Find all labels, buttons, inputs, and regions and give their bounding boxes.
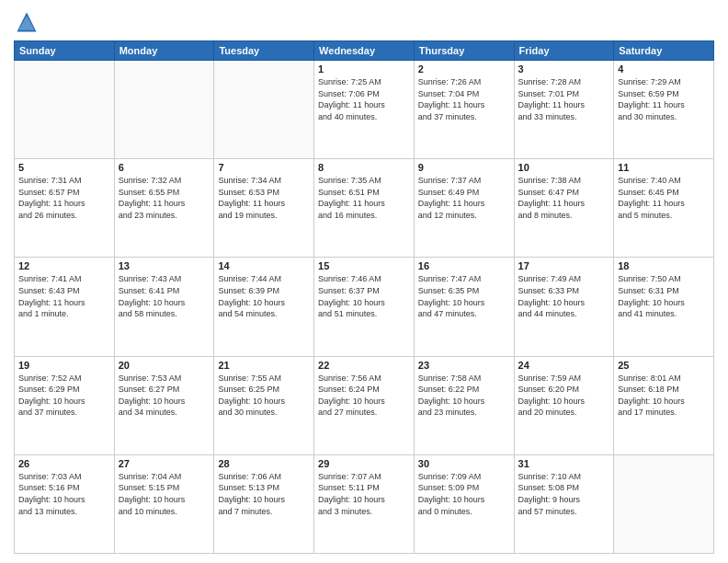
logo: [14, 9, 43, 35]
day-cell: 20Sunrise: 7:53 AM Sunset: 6:27 PM Dayli…: [114, 356, 214, 454]
weekday-header-monday: Monday: [114, 41, 214, 61]
day-number: 9: [418, 162, 510, 173]
day-cell: 24Sunrise: 7:59 AM Sunset: 6:20 PM Dayli…: [514, 356, 614, 454]
day-cell: 19Sunrise: 7:52 AM Sunset: 6:29 PM Dayli…: [15, 356, 115, 454]
day-info: Sunrise: 7:06 AM Sunset: 5:13 PM Dayligh…: [218, 471, 310, 517]
day-cell: 18Sunrise: 7:50 AM Sunset: 6:31 PM Dayli…: [614, 258, 714, 356]
day-info: Sunrise: 8:01 AM Sunset: 6:18 PM Dayligh…: [618, 373, 710, 419]
weekday-header-friday: Friday: [514, 41, 614, 61]
day-cell: 7Sunrise: 7:34 AM Sunset: 6:53 PM Daylig…: [214, 159, 314, 258]
day-info: Sunrise: 7:44 AM Sunset: 6:39 PM Dayligh…: [218, 273, 310, 319]
day-info: Sunrise: 7:34 AM Sunset: 6:53 PM Dayligh…: [218, 175, 310, 221]
day-number: 29: [318, 458, 410, 469]
day-info: Sunrise: 7:07 AM Sunset: 5:11 PM Dayligh…: [318, 471, 410, 517]
weekday-header-row: SundayMondayTuesdayWednesdayThursdayFrid…: [15, 41, 714, 61]
day-info: Sunrise: 7:41 AM Sunset: 6:43 PM Dayligh…: [18, 273, 110, 319]
weekday-header-thursday: Thursday: [414, 41, 514, 61]
day-number: 18: [618, 260, 710, 271]
day-number: 26: [18, 458, 110, 469]
day-info: Sunrise: 7:10 AM Sunset: 5:08 PM Dayligh…: [518, 471, 610, 517]
day-cell: 9Sunrise: 7:37 AM Sunset: 6:49 PM Daylig…: [414, 159, 514, 258]
svg-marker-1: [18, 16, 35, 30]
day-cell: 21Sunrise: 7:55 AM Sunset: 6:25 PM Dayli…: [214, 356, 314, 454]
day-cell: 6Sunrise: 7:32 AM Sunset: 6:55 PM Daylig…: [114, 159, 214, 258]
day-cell: 1Sunrise: 7:25 AM Sunset: 7:06 PM Daylig…: [314, 61, 415, 159]
day-cell: 4Sunrise: 7:29 AM Sunset: 6:59 PM Daylig…: [614, 61, 714, 159]
day-number: 31: [518, 458, 610, 469]
day-cell: 27Sunrise: 7:04 AM Sunset: 5:15 PM Dayli…: [114, 454, 214, 553]
day-info: Sunrise: 7:26 AM Sunset: 7:04 PM Dayligh…: [418, 76, 510, 122]
day-cell: 14Sunrise: 7:44 AM Sunset: 6:39 PM Dayli…: [214, 258, 314, 356]
day-number: 1: [318, 63, 410, 75]
day-cell: 28Sunrise: 7:06 AM Sunset: 5:13 PM Dayli…: [214, 454, 314, 553]
day-number: 21: [218, 360, 310, 371]
weekday-header-sunday: Sunday: [15, 41, 115, 61]
day-info: Sunrise: 7:03 AM Sunset: 5:16 PM Dayligh…: [18, 471, 110, 517]
day-cell: 23Sunrise: 7:58 AM Sunset: 6:22 PM Dayli…: [414, 356, 514, 454]
day-cell: 3Sunrise: 7:28 AM Sunset: 7:01 PM Daylig…: [514, 61, 614, 159]
day-cell: 31Sunrise: 7:10 AM Sunset: 5:08 PM Dayli…: [514, 454, 614, 553]
day-info: Sunrise: 7:31 AM Sunset: 6:57 PM Dayligh…: [18, 175, 110, 221]
day-number: 28: [218, 458, 310, 469]
page: SundayMondayTuesdayWednesdayThursdayFrid…: [0, 0, 728, 563]
day-info: Sunrise: 7:37 AM Sunset: 6:49 PM Dayligh…: [418, 175, 510, 221]
week-row-5: 26Sunrise: 7:03 AM Sunset: 5:16 PM Dayli…: [15, 454, 714, 553]
day-info: Sunrise: 7:38 AM Sunset: 6:47 PM Dayligh…: [518, 175, 610, 221]
day-cell: [214, 61, 314, 159]
day-number: 25: [618, 360, 710, 371]
day-number: 6: [119, 162, 210, 173]
day-info: Sunrise: 7:53 AM Sunset: 6:27 PM Dayligh…: [119, 373, 210, 419]
day-info: Sunrise: 7:49 AM Sunset: 6:33 PM Dayligh…: [518, 273, 610, 319]
day-info: Sunrise: 7:47 AM Sunset: 6:35 PM Dayligh…: [418, 273, 510, 319]
calendar-table: SundayMondayTuesdayWednesdayThursdayFrid…: [14, 40, 714, 554]
day-number: 11: [618, 162, 710, 173]
day-info: Sunrise: 7:40 AM Sunset: 6:45 PM Dayligh…: [618, 175, 710, 221]
day-number: 17: [518, 260, 610, 271]
week-row-3: 12Sunrise: 7:41 AM Sunset: 6:43 PM Dayli…: [15, 258, 714, 356]
day-number: 16: [418, 260, 510, 271]
day-number: 15: [318, 260, 410, 271]
day-cell: 13Sunrise: 7:43 AM Sunset: 6:41 PM Dayli…: [114, 258, 214, 356]
day-cell: 10Sunrise: 7:38 AM Sunset: 6:47 PM Dayli…: [514, 159, 614, 258]
day-cell: [114, 61, 214, 159]
day-cell: 16Sunrise: 7:47 AM Sunset: 6:35 PM Dayli…: [414, 258, 514, 356]
day-cell: 2Sunrise: 7:26 AM Sunset: 7:04 PM Daylig…: [414, 61, 514, 159]
day-info: Sunrise: 7:59 AM Sunset: 6:20 PM Dayligh…: [518, 373, 610, 419]
day-cell: 15Sunrise: 7:46 AM Sunset: 6:37 PM Dayli…: [314, 258, 415, 356]
day-number: 19: [18, 360, 110, 371]
day-cell: [15, 61, 115, 159]
day-info: Sunrise: 7:50 AM Sunset: 6:31 PM Dayligh…: [618, 273, 710, 319]
day-info: Sunrise: 7:32 AM Sunset: 6:55 PM Dayligh…: [119, 175, 210, 221]
day-info: Sunrise: 7:25 AM Sunset: 7:06 PM Dayligh…: [318, 76, 410, 122]
day-number: 24: [518, 360, 610, 371]
day-number: 5: [18, 162, 110, 173]
day-number: 13: [119, 260, 210, 271]
weekday-header-tuesday: Tuesday: [214, 41, 314, 61]
day-cell: 22Sunrise: 7:56 AM Sunset: 6:24 PM Dayli…: [314, 356, 415, 454]
day-number: 2: [418, 63, 510, 75]
day-number: 7: [218, 162, 310, 173]
day-number: 14: [218, 260, 310, 271]
day-info: Sunrise: 7:43 AM Sunset: 6:41 PM Dayligh…: [119, 273, 210, 319]
day-number: 12: [18, 260, 110, 271]
week-row-2: 5Sunrise: 7:31 AM Sunset: 6:57 PM Daylig…: [15, 159, 714, 258]
day-cell: 17Sunrise: 7:49 AM Sunset: 6:33 PM Dayli…: [514, 258, 614, 356]
day-number: 3: [518, 63, 610, 75]
day-cell: 12Sunrise: 7:41 AM Sunset: 6:43 PM Dayli…: [15, 258, 115, 356]
day-cell: 5Sunrise: 7:31 AM Sunset: 6:57 PM Daylig…: [15, 159, 115, 258]
week-row-4: 19Sunrise: 7:52 AM Sunset: 6:29 PM Dayli…: [15, 356, 714, 454]
weekday-header-wednesday: Wednesday: [314, 41, 415, 61]
day-info: Sunrise: 7:56 AM Sunset: 6:24 PM Dayligh…: [318, 373, 410, 419]
day-info: Sunrise: 7:35 AM Sunset: 6:51 PM Dayligh…: [318, 175, 410, 221]
day-cell: 8Sunrise: 7:35 AM Sunset: 6:51 PM Daylig…: [314, 159, 415, 258]
day-cell: 26Sunrise: 7:03 AM Sunset: 5:16 PM Dayli…: [15, 454, 115, 553]
day-cell: 30Sunrise: 7:09 AM Sunset: 5:09 PM Dayli…: [414, 454, 514, 553]
day-info: Sunrise: 7:09 AM Sunset: 5:09 PM Dayligh…: [418, 471, 510, 517]
day-info: Sunrise: 7:58 AM Sunset: 6:22 PM Dayligh…: [418, 373, 510, 419]
day-number: 10: [518, 162, 610, 173]
week-row-1: 1Sunrise: 7:25 AM Sunset: 7:06 PM Daylig…: [15, 61, 714, 159]
day-cell: [614, 454, 714, 553]
day-cell: 29Sunrise: 7:07 AM Sunset: 5:11 PM Dayli…: [314, 454, 415, 553]
day-number: 22: [318, 360, 410, 371]
day-cell: 11Sunrise: 7:40 AM Sunset: 6:45 PM Dayli…: [614, 159, 714, 258]
